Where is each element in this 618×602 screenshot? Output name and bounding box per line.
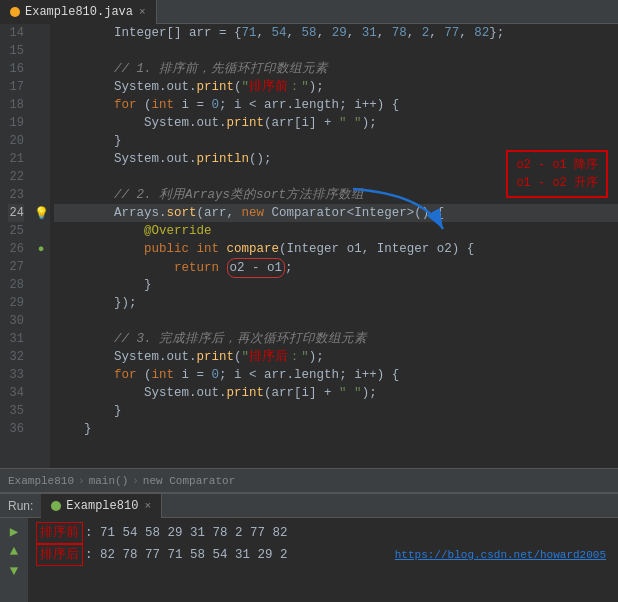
lightbulb-icon[interactable]: 💡 [32,204,50,222]
run-tab-example810[interactable]: Example810 × [41,494,162,518]
breadcrumb-sep-1: › [78,475,85,487]
code-line-32: System.out.print("排序后："); [54,348,618,366]
run-down-button[interactable]: ▼ [5,562,23,580]
run-up-button[interactable]: ▲ [5,542,23,560]
code-line-33: for (int i = 0; i < arr.length; i++) { [54,366,618,384]
code-line-35: } [54,402,618,420]
run-tab-close-icon[interactable]: × [144,500,151,512]
java-file-icon [10,7,20,17]
run-label: Run: [0,499,41,513]
annotation-line2: o1 - o2 升序 [516,174,598,192]
code-line-15 [54,42,618,60]
line-numbers: 14 15 16 17 18 19 20 21 22 23 24 25 26 2… [0,24,32,468]
code-line-26: public int compare(Integer o1, Integer o… [54,240,618,258]
breadcrumb-method[interactable]: main() [89,475,129,487]
code-line-36: } [54,420,618,438]
before-label: 排序前 [36,522,83,544]
code-line-24: Arrays.sort(arr, new Comparator<Integer>… [54,204,618,222]
code-line-27: return o2 - o1; [54,258,618,276]
run-content: ▶ ▲ ▼ 排序前 : 71 54 58 29 31 78 2 77 82 排序… [0,518,618,602]
code-line-17: System.out.print("排序前："); [54,78,618,96]
code-line-28: } [54,276,618,294]
code-line-14: Integer[] arr = {71, 54, 58, 29, 31, 78,… [54,24,618,42]
run-controls: ▶ ▲ ▼ [0,518,28,602]
code-line-30 [54,312,618,330]
breadcrumb-inner[interactable]: new Comparator [143,475,235,487]
run-tab-label: Example810 [66,499,138,513]
code-line-18: for (int i = 0; i < arr.length; i++) { [54,96,618,114]
before-values: : 71 54 58 29 31 78 2 77 82 [85,523,288,543]
run-panel: Run: Example810 × ▶ ▲ ▼ 排序前 : 71 54 58 2… [0,492,618,602]
url-link[interactable]: https://blog.csdn.net/howard2005 [395,545,610,565]
output-line-before: 排序前 : 71 54 58 29 31 78 2 77 82 [36,522,610,544]
after-values: : 82 78 77 71 58 54 31 29 2 [85,545,288,565]
tab-close-icon[interactable]: × [139,6,146,18]
blue-arrow-icon [343,179,463,239]
editor-tab[interactable]: Example810.java × [0,0,157,24]
run-play-button[interactable]: ▶ [5,522,23,540]
breadcrumb-file[interactable]: Example810 [8,475,74,487]
output-line-after: 排序后 : 82 78 77 71 58 54 31 29 2 https://… [36,544,610,566]
run-output: 排序前 : 71 54 58 29 31 78 2 77 82 排序后 : 82… [28,518,618,602]
breadcrumb-bar: Example810 › main() › new Comparator [0,468,618,492]
breadcrumb-sep-2: › [132,475,139,487]
run-tab-bar: Run: Example810 × [0,494,618,518]
run-tab-green-icon [51,501,61,511]
gutter: 💡 ● [32,24,50,468]
code-content: Integer[] arr = {71, 54, 58, 29, 31, 78,… [50,24,618,468]
code-line-31: // 3. 完成排序后，再次循环打印数组元素 [54,330,618,348]
code-line-16: // 1. 排序前，先循环打印数组元素 [54,60,618,78]
after-label: 排序后 [36,544,83,566]
code-line-19: System.out.print(arr[i] + " "); [54,114,618,132]
tab-bar: Example810.java × [0,0,618,24]
code-line-25: @Override [54,222,618,240]
code-line-29: }); [54,294,618,312]
code-line-20: } [54,132,618,150]
editor-area: 14 15 16 17 18 19 20 21 22 23 24 25 26 2… [0,24,618,468]
annotation-box: o2 - o1 降序 o1 - o2 升序 [506,150,608,198]
annotation-line1: o2 - o1 降序 [516,156,598,174]
tab-label: Example810.java [25,5,133,19]
code-line-34: System.out.print(arr[i] + " "); [54,384,618,402]
